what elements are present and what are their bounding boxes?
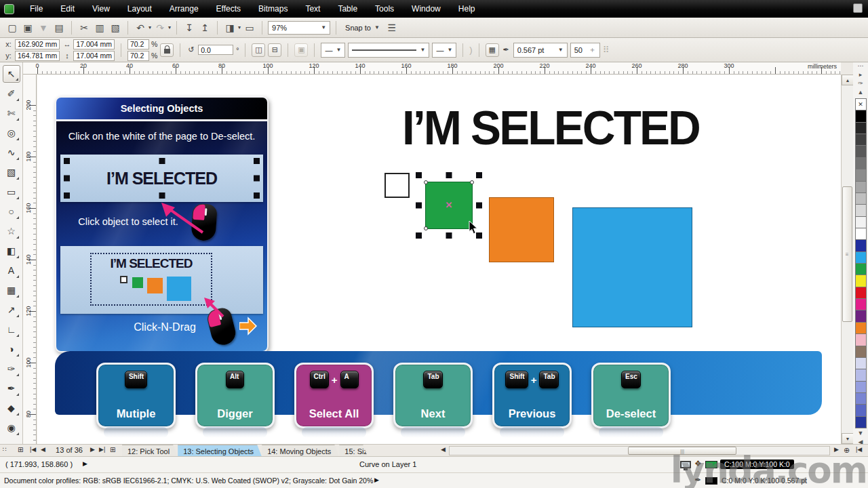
selection-handle[interactable] bbox=[254, 192, 260, 199]
tab-pick-tool[interactable]: 12: Pick Tool bbox=[122, 445, 178, 457]
launcher-dropdown-icon[interactable]: ▾ bbox=[238, 24, 241, 30]
no-color-swatch[interactable] bbox=[855, 98, 867, 110]
undo-icon[interactable]: ↶ bbox=[134, 21, 147, 35]
color-swatch[interactable] bbox=[855, 404, 867, 416]
interactive-fill-tool[interactable]: ◉ bbox=[3, 419, 20, 436]
cut-icon[interactable]: ✂ bbox=[77, 21, 91, 35]
menu-text[interactable]: Text bbox=[296, 1, 329, 16]
color-swatch[interactable] bbox=[855, 298, 867, 310]
menu-edit[interactable]: Edit bbox=[52, 1, 83, 16]
selection-handle[interactable] bbox=[64, 176, 70, 182]
export-icon[interactable]: ↥ bbox=[198, 21, 212, 35]
object-height-field[interactable]: 17.004 mm bbox=[73, 51, 115, 61]
paste-icon[interactable]: ▧ bbox=[108, 21, 122, 35]
options-icon[interactable]: ☰ bbox=[385, 21, 399, 35]
fill-tool[interactable]: ◆ bbox=[3, 399, 20, 417]
color-swatch[interactable] bbox=[855, 134, 867, 146]
shortcut-button-select-all[interactable]: Ctrl + A Select All bbox=[294, 363, 374, 428]
ellipse-tool[interactable]: ○ bbox=[3, 203, 20, 220]
selection-handle[interactable] bbox=[64, 158, 70, 164]
color-swatch[interactable] bbox=[855, 287, 867, 299]
headline-text[interactable]: I’M SELECTED bbox=[380, 100, 722, 155]
menu-effects[interactable]: Effects bbox=[208, 1, 250, 16]
y-position-field[interactable]: 164.781 mm bbox=[15, 51, 60, 61]
menu-bitmaps[interactable]: Bitmaps bbox=[250, 1, 296, 16]
combine-button[interactable]: ▣ bbox=[294, 43, 308, 57]
menu-table[interactable]: Table bbox=[329, 1, 366, 16]
vertical-scrollbar[interactable]: ▲ ≡ ▼ bbox=[841, 75, 853, 444]
last-page-icon[interactable]: ▶| bbox=[99, 446, 105, 453]
mirror-vertical-button[interactable]: ⊟ bbox=[268, 43, 281, 57]
menu-layout[interactable]: Layout bbox=[119, 1, 161, 16]
color-swatch[interactable] bbox=[855, 346, 867, 358]
selection-handle[interactable] bbox=[254, 158, 260, 164]
color-proof-icon[interactable] bbox=[680, 461, 691, 468]
basic-shapes-tool[interactable]: ◧ bbox=[3, 242, 20, 260]
dock-collapse-icon[interactable]: |◀ bbox=[856, 446, 862, 453]
menu-window[interactable]: Window bbox=[403, 1, 450, 16]
copy-icon[interactable]: ▥ bbox=[93, 21, 106, 35]
color-swatch[interactable] bbox=[855, 357, 867, 369]
color-swatch[interactable] bbox=[855, 274, 867, 287]
fullscreen-preview-icon[interactable]: ▭ bbox=[243, 21, 256, 35]
scroll-up-icon[interactable]: ▲ bbox=[842, 75, 854, 85]
undo-dropdown-icon[interactable]: ▾ bbox=[149, 24, 151, 30]
color-swatch[interactable] bbox=[855, 239, 867, 251]
scroll-down-icon[interactable]: ▼ bbox=[842, 433, 854, 444]
outline-style-end-select[interactable]: —▼ bbox=[432, 43, 456, 58]
object-width-field[interactable]: 17.004 mm bbox=[73, 39, 115, 49]
dimension-tool[interactable]: ↗ bbox=[3, 301, 20, 319]
scale-x-field[interactable]: 70.2 bbox=[127, 39, 149, 49]
selection-handle[interactable] bbox=[446, 232, 452, 239]
selection-handle[interactable] bbox=[476, 172, 482, 178]
color-swatch[interactable] bbox=[855, 369, 867, 381]
outline-width-select[interactable]: 0.567 pt ▼ bbox=[513, 43, 568, 58]
selection-handle[interactable] bbox=[159, 192, 165, 199]
previous-page-icon[interactable]: ◀ bbox=[41, 446, 45, 453]
connector-tool[interactable]: ∟ bbox=[3, 321, 20, 338]
eyedropper-tool[interactable]: ✑ bbox=[3, 360, 20, 378]
menu-file[interactable]: File bbox=[21, 1, 52, 16]
color-swatch[interactable] bbox=[855, 157, 867, 169]
color-swatch[interactable] bbox=[855, 251, 867, 264]
corner-node[interactable] bbox=[424, 180, 428, 184]
palette-scroll-up-icon[interactable]: ▲ bbox=[858, 89, 864, 98]
import-icon[interactable]: ↧ bbox=[182, 21, 196, 35]
menu-help[interactable]: Help bbox=[450, 1, 484, 16]
scale-y-field[interactable]: 70.2 bbox=[127, 51, 149, 61]
text-tool[interactable]: A bbox=[3, 262, 20, 279]
menu-arrange[interactable]: Arrange bbox=[161, 1, 208, 16]
x-position-field[interactable]: 162.902 mm bbox=[15, 39, 60, 49]
table-tool[interactable]: ▦ bbox=[3, 281, 20, 299]
tab-selecting-objects[interactable]: 13: Selecting Objects bbox=[178, 445, 262, 457]
first-page-icon[interactable]: |◀ bbox=[30, 446, 36, 453]
color-swatch[interactable] bbox=[855, 310, 867, 322]
lock-ratio-button[interactable] bbox=[160, 43, 174, 57]
palette-grip-icon[interactable]: ⋯ bbox=[858, 62, 864, 71]
horizontal-scrollbar[interactable]: ||| bbox=[449, 446, 830, 455]
freehand-tool[interactable]: ∿ bbox=[3, 144, 20, 161]
rotation-angle-field[interactable]: 0.0 bbox=[198, 45, 233, 55]
vertical-ruler[interactable]: 20018016014012010080 bbox=[23, 75, 37, 444]
tab-scroll-left-icon[interactable]: ◀ bbox=[441, 446, 446, 453]
horizontal-ruler[interactable]: 0204060801001201401601802002202402602803… bbox=[23, 62, 841, 75]
next-page-icon[interactable]: ▶ bbox=[90, 446, 95, 453]
shortcut-button-multiple[interactable]: Shift Mutiple bbox=[96, 363, 176, 428]
zoom-level-select[interactable]: 97% ▼ bbox=[268, 21, 330, 35]
color-swatch[interactable] bbox=[855, 333, 867, 346]
shortcut-button-deselect[interactable]: Esc De-select bbox=[591, 363, 671, 428]
shortcut-button-next[interactable]: Tab Next bbox=[393, 363, 473, 428]
pick-tool[interactable]: ↖ bbox=[3, 65, 20, 83]
selection-handle[interactable] bbox=[446, 172, 452, 178]
outline-pen-tool[interactable]: ✒ bbox=[3, 380, 20, 397]
text-wrap-button[interactable]: ▦ bbox=[486, 43, 499, 57]
palette-scroll-down-icon[interactable]: ▼ bbox=[858, 430, 864, 439]
polygon-tool[interactable]: ☆ bbox=[3, 222, 20, 240]
color-swatch[interactable] bbox=[855, 322, 867, 334]
treat-as-filled-stepper[interactable]: 50 ＋ bbox=[570, 43, 600, 58]
shape-tool[interactable]: ✐ bbox=[3, 85, 20, 102]
outline-style-start-select[interactable]: —▼ bbox=[321, 43, 345, 58]
color-swatch[interactable] bbox=[855, 216, 867, 228]
tab-moving-objects[interactable]: 14: Moving Objects bbox=[262, 445, 339, 457]
drawing-canvas[interactable]: Selecting Objects Click on the white of … bbox=[37, 75, 841, 444]
